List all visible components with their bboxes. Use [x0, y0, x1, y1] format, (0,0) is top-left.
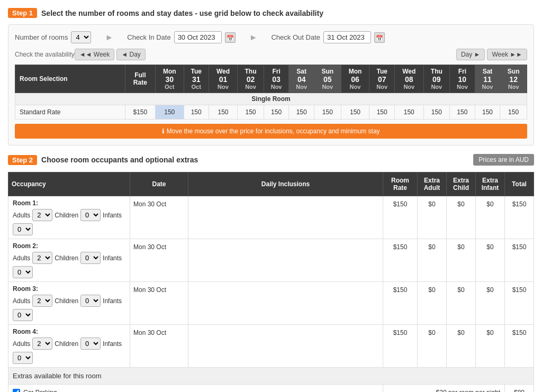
price-cell-2[interactable]: 150 [209, 105, 238, 120]
week-back-btn[interactable]: ◄◄ Week [75, 49, 115, 60]
room-4-name: Room 4: [13, 328, 125, 335]
occ-header-row: Occupancy Date Daily Inclusions RoomRate… [8, 172, 534, 196]
num-rooms-label: Number of rooms [15, 33, 68, 41]
room-4-inclusions [188, 325, 383, 368]
step2-badge: Step 2 [8, 155, 37, 165]
room-3-extra-adult: $0 [418, 282, 447, 325]
checkout-calendar-icon[interactable]: 📅 [374, 32, 385, 43]
checkin-date[interactable]: 30 Oct 2023 [174, 31, 222, 43]
room-3-occupancy: Room 3: Adults 2134 Children 0123 Infant… [8, 282, 130, 325]
room-4-infants-select[interactable]: 0123 [13, 352, 33, 364]
room-3-infants-select[interactable]: 0123 [13, 309, 33, 321]
price-cell-0[interactable]: 150 [155, 105, 184, 120]
extra-0-checkbox-cell[interactable]: Car Parking [8, 385, 383, 393]
col-extra-adult: ExtraAdult [418, 172, 447, 196]
room-1-total: $150 [505, 196, 534, 239]
nav-btns-right: Day ► Week ►► [456, 49, 527, 60]
col-date-10: Thu09Nov [423, 65, 450, 93]
room-2-inclusions [188, 239, 383, 282]
col-room-selection: Room Selection [15, 65, 125, 93]
col-date-9: Wed08Nov [395, 65, 424, 93]
checkin-prev-btn[interactable]: ► [102, 32, 116, 43]
room-4-occupancy: Room 4: Adults 2134 Children 0123 Infant… [8, 325, 130, 368]
room-3-children-select[interactable]: 0123 [80, 295, 101, 307]
week-fwd-btn[interactable]: Week ►► [487, 49, 527, 60]
room-4-adults-select[interactable]: 2134 [32, 338, 52, 350]
col-date-13: Sun12Nov [500, 65, 527, 93]
room-1-inclusions [188, 196, 383, 239]
price-cell-11[interactable]: 150 [450, 105, 475, 120]
checkin-calendar-icon[interactable]: 📅 [225, 32, 236, 43]
extra-0-price-note: $20 per room per night [383, 385, 505, 393]
price-cell-10[interactable]: 150 [423, 105, 450, 120]
room-4-rate: $150 [383, 325, 418, 368]
price-cell-1[interactable]: 150 [184, 105, 209, 120]
step2-header: Step 2 Choose room occupants and optiona… [8, 154, 534, 166]
room-4-date: Mon 30 Oct [130, 325, 188, 368]
col-extra-child: ExtraChild [447, 172, 476, 196]
room-2-rate: $150 [383, 239, 418, 282]
room-3-total: $150 [505, 282, 534, 325]
price-cell-6[interactable]: 150 [314, 105, 341, 120]
price-cell-12[interactable]: 150 [475, 105, 500, 120]
price-cell-3[interactable]: 150 [238, 105, 264, 120]
room-1-children-select[interactable]: 0123 [80, 209, 101, 221]
room-2-extra-child: $0 [447, 239, 476, 282]
extra-item-0: Car Parking$20 per room per night$80 [8, 385, 534, 393]
day-back-btn[interactable]: ◄ Day [116, 49, 146, 60]
extra-0-total: $80 [505, 385, 534, 393]
room-1-adults-select[interactable]: 2134 [32, 209, 52, 221]
room-2-adults-select[interactable]: 2134 [32, 252, 52, 264]
num-rooms-select[interactable]: 41235 [71, 31, 91, 43]
price-cell-5[interactable]: 150 [289, 105, 314, 120]
col-extra-infant: ExtraInfant [476, 172, 505, 196]
room-3-extra-child: $0 [447, 282, 476, 325]
prices-badge: Prices are in AUD [473, 154, 534, 166]
room-2-extra-adult: $0 [418, 239, 447, 282]
room-4-total: $150 [505, 325, 534, 368]
col-room-rate: RoomRate [383, 172, 418, 196]
room-1-occupancy: Room 1: Adults 2134 Children 0123 Infant… [8, 196, 130, 239]
checkout-prev-btn[interactable]: ► [246, 32, 261, 43]
price-cell-4[interactable]: 150 [264, 105, 289, 120]
rate-label: Standard Rate [15, 105, 125, 120]
room-2-date: Mon 30 Oct [130, 239, 188, 282]
room-row-3: Room 3: Adults 2134 Children 0123 Infant… [8, 282, 534, 325]
room-4-children-select[interactable]: 0123 [80, 338, 101, 350]
room-4-extra-infant: $0 [476, 325, 505, 368]
room-3-name: Room 3: [13, 285, 125, 293]
checkout-date[interactable]: 31 Oct 2023 [323, 31, 371, 43]
room-2-total: $150 [505, 239, 534, 282]
room-2-occupancy: Room 2: Adults 2134 Children 0123 Infant… [8, 239, 130, 282]
full-rate-cell: $150 [125, 105, 155, 120]
col-date-7: Mon06Nov [341, 65, 369, 93]
room-3-adults-select[interactable]: 2134 [32, 295, 52, 307]
price-cell-7[interactable]: 150 [341, 105, 369, 120]
controls-row: Number of rooms 41235 ► Check In Date 30… [15, 31, 527, 43]
room-1-rate: $150 [383, 196, 418, 239]
availability-grid: Room Selection FullRate Mon30OctTue31Oct… [15, 65, 527, 120]
extra-0-checkbox[interactable] [13, 389, 20, 392]
price-cell-13[interactable]: 150 [500, 105, 527, 120]
col-date-4: Fri03Nov [264, 65, 289, 93]
col-date-1: Tue31Oct [184, 65, 209, 93]
step1-badge: Step 1 [8, 8, 37, 18]
price-cell-9[interactable]: 150 [395, 105, 424, 120]
room-1-date: Mon 30 Oct [130, 196, 188, 239]
step1-header: Step 1 Select the number of rooms and st… [8, 8, 534, 18]
room-2-children-select[interactable]: 0123 [80, 252, 101, 264]
col-date-5: Sat04Nov [289, 65, 314, 93]
extras-header-label: Extras available for this room [8, 368, 534, 385]
room-2-extra-infant: $0 [476, 239, 505, 282]
occupancy-table: Occupancy Date Daily Inclusions RoomRate… [8, 172, 534, 392]
extras-header-row: Extras available for this room [8, 368, 534, 385]
col-date: Date [130, 172, 188, 196]
col-date-0: Mon30Oct [155, 65, 184, 93]
extra-0-name: Car Parking [23, 389, 57, 392]
room-1-infants-select[interactable]: 0123 [13, 223, 33, 235]
room-1-extra-child: $0 [447, 196, 476, 239]
day-fwd-btn[interactable]: Day ► [456, 49, 485, 60]
room-3-date: Mon 30 Oct [130, 282, 188, 325]
price-cell-8[interactable]: 150 [369, 105, 395, 120]
room-2-infants-select[interactable]: 0123 [13, 266, 33, 278]
